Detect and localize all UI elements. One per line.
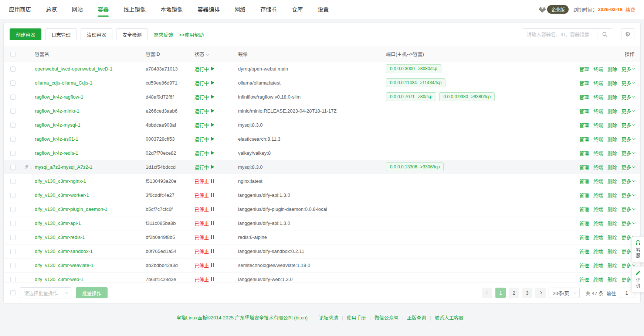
row-action-manage[interactable]: 管理 bbox=[579, 192, 589, 199]
container-name-link[interactable]: ragflow_kr4z-ragflow-1 bbox=[35, 94, 84, 100]
row-action-delete[interactable]: 删除 bbox=[607, 262, 617, 269]
row-action-manage[interactable]: 管理 bbox=[579, 107, 589, 114]
row-checkbox[interactable] bbox=[10, 263, 16, 268]
row-action-manage[interactable]: 管理 bbox=[579, 276, 589, 282]
nav-item-3[interactable]: 网站 bbox=[72, 0, 83, 19]
row-action-terminal[interactable]: 终端 bbox=[593, 93, 603, 100]
container-name-link[interactable]: dify_v130_c3mr-redis-1 bbox=[35, 234, 85, 240]
row-action-manage[interactable]: 管理 bbox=[579, 65, 589, 72]
container-name-link[interactable]: ollama_cdjs-ollama_Cdjs-1 bbox=[35, 80, 92, 86]
row-action-delete[interactable]: 删除 bbox=[607, 178, 617, 185]
footer-link-5[interactable]: 联系人工客服 bbox=[435, 315, 464, 320]
security-check-button[interactable]: 安全检测 bbox=[116, 28, 148, 40]
row-action-manage[interactable]: 管理 bbox=[579, 234, 589, 241]
row-action-more[interactable]: 更多 bbox=[621, 164, 634, 171]
row-action-terminal[interactable]: 终端 bbox=[593, 220, 603, 227]
row-action-terminal[interactable]: 终端 bbox=[593, 121, 603, 128]
container-name-link[interactable]: dify_v130_c3mr-nginx-1 bbox=[35, 178, 86, 184]
row-action-more[interactable]: 更多 bbox=[621, 178, 634, 185]
row-action-more[interactable]: 更多 bbox=[621, 93, 634, 100]
log-manage-button[interactable]: 日志管理 bbox=[45, 28, 77, 40]
row-checkbox[interactable] bbox=[10, 277, 16, 282]
row-action-manage[interactable]: 管理 bbox=[579, 93, 589, 100]
container-name-link[interactable]: dify_v130_c3mr-plugin_daemon-1 bbox=[35, 206, 108, 212]
container-name-link[interactable]: ragflow_kr4z-redis-1 bbox=[35, 150, 78, 156]
row-action-delete[interactable]: 删除 bbox=[607, 150, 617, 157]
row-checkbox[interactable] bbox=[10, 80, 16, 86]
nav-item-5[interactable]: 线上镜像 bbox=[123, 0, 146, 19]
row-checkbox[interactable] bbox=[10, 235, 16, 240]
nav-item-9[interactable]: 存储卷 bbox=[260, 0, 277, 19]
nav-item-10[interactable]: 仓库 bbox=[292, 0, 303, 19]
row-action-delete[interactable]: 删除 bbox=[607, 107, 617, 114]
row-action-more[interactable]: 更多 bbox=[621, 206, 634, 213]
nav-item-8[interactable]: 网络 bbox=[234, 0, 245, 19]
row-action-manage[interactable]: 管理 bbox=[579, 220, 589, 227]
row-action-terminal[interactable]: 终端 bbox=[593, 65, 603, 72]
row-action-more[interactable]: 更多 bbox=[621, 192, 634, 199]
row-checkbox[interactable] bbox=[10, 66, 16, 72]
row-action-delete[interactable]: 删除 bbox=[607, 276, 617, 282]
page-size-select[interactable]: 20条/页 bbox=[549, 288, 580, 298]
row-checkbox[interactable] bbox=[10, 207, 16, 212]
container-name-link[interactable]: openwebui_iwcd-openwebui_iwcD-1 bbox=[35, 66, 112, 72]
row-action-terminal[interactable]: 终端 bbox=[593, 164, 603, 171]
row-checkbox[interactable] bbox=[10, 193, 16, 198]
row-checkbox[interactable] bbox=[10, 249, 16, 254]
row-action-terminal[interactable]: 终端 bbox=[593, 107, 603, 114]
row-action-terminal[interactable]: 终端 bbox=[593, 136, 603, 143]
row-action-more[interactable]: 更多 bbox=[621, 136, 634, 143]
row-action-terminal[interactable]: 终端 bbox=[593, 150, 603, 157]
row-action-manage[interactable]: 管理 bbox=[579, 248, 589, 255]
create-container-button[interactable]: 创建容器 bbox=[10, 28, 41, 40]
page-button-1[interactable]: 1 bbox=[495, 288, 506, 298]
row-checkbox[interactable] bbox=[10, 179, 16, 184]
nav-item-4[interactable]: 容器 bbox=[98, 0, 109, 19]
row-action-delete[interactable]: 删除 bbox=[607, 136, 617, 143]
row-action-manage[interactable]: 管理 bbox=[579, 79, 589, 86]
row-action-manage[interactable]: 管理 bbox=[579, 136, 589, 143]
row-checkbox[interactable] bbox=[10, 165, 16, 170]
row-action-delete[interactable]: 删除 bbox=[607, 164, 617, 171]
customer-service-button[interactable]: 客服 bbox=[631, 236, 644, 263]
select-all-checkbox[interactable] bbox=[10, 52, 16, 57]
status-filter-icon[interactable] bbox=[206, 53, 209, 56]
help-link[interactable]: >>使用帮助 bbox=[179, 31, 204, 38]
row-action-terminal[interactable]: 终端 bbox=[593, 206, 603, 213]
row-action-delete[interactable]: 删除 bbox=[607, 248, 617, 255]
row-checkbox[interactable] bbox=[10, 151, 16, 156]
row-action-manage[interactable]: 管理 bbox=[579, 150, 589, 157]
row-action-terminal[interactable]: 终端 bbox=[593, 262, 603, 269]
next-page-button[interactable] bbox=[535, 288, 546, 298]
row-checkbox[interactable] bbox=[10, 137, 16, 142]
footer-link-4[interactable]: 正版查询 bbox=[407, 315, 426, 320]
footer-link-2[interactable]: 使用手册 bbox=[347, 315, 366, 320]
row-action-delete[interactable]: 删除 bbox=[607, 220, 617, 227]
container-name-link[interactable]: dify_v130_c3mr-api-1 bbox=[35, 220, 81, 226]
prev-page-button[interactable] bbox=[482, 288, 492, 298]
row-action-delete[interactable]: 删除 bbox=[607, 192, 617, 199]
row-action-more[interactable]: 更多 bbox=[621, 220, 634, 227]
row-action-terminal[interactable]: 终端 bbox=[593, 248, 603, 255]
row-checkbox[interactable] bbox=[10, 123, 16, 128]
footer-link-1[interactable]: 论坛求助 bbox=[319, 315, 338, 320]
row-action-more[interactable]: 更多 bbox=[621, 107, 634, 114]
footer-link-3[interactable]: 微信公众号 bbox=[374, 315, 399, 320]
row-action-manage[interactable]: 管理 bbox=[579, 121, 589, 128]
row-action-delete[interactable]: 删除 bbox=[607, 65, 617, 72]
row-action-terminal[interactable]: 终端 bbox=[593, 178, 603, 185]
nav-item-11[interactable]: 设置 bbox=[318, 0, 329, 19]
row-action-delete[interactable]: 删除 bbox=[607, 121, 617, 128]
row-action-terminal[interactable]: 终端 bbox=[593, 79, 603, 86]
nav-item-2[interactable]: 总览 bbox=[46, 0, 57, 19]
row-action-delete[interactable]: 删除 bbox=[607, 79, 617, 86]
feedback-rate-button[interactable]: 评价 bbox=[631, 266, 644, 292]
row-action-more[interactable]: 更多 bbox=[621, 65, 634, 72]
row-action-more[interactable]: 更多 bbox=[621, 79, 634, 86]
batch-select-all-checkbox[interactable] bbox=[10, 290, 16, 295]
container-name-link[interactable]: dify_v130_c3mr-web-1 bbox=[35, 277, 84, 282]
nav-item-1[interactable]: 应用商店 bbox=[9, 0, 31, 19]
clean-container-button[interactable]: 清理容器 bbox=[81, 28, 112, 40]
container-name-link[interactable]: mysql_a7z2-mysql_A7z2-1 bbox=[35, 164, 92, 170]
row-action-manage[interactable]: 管理 bbox=[579, 178, 589, 185]
